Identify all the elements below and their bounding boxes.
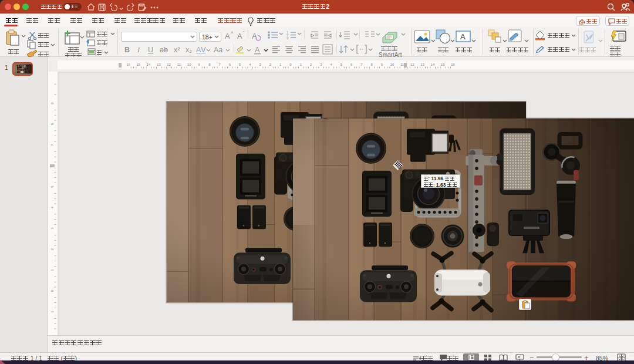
svg-text:8: 8 (50, 123, 54, 125)
svg-text:13: 13 (420, 63, 424, 66)
svg-text:2: 2 (310, 63, 312, 66)
svg-text:1: 1 (279, 63, 282, 66)
svg-text:15: 15 (136, 63, 140, 66)
svg-text:6: 6 (229, 63, 231, 66)
svg-text:7: 7 (360, 63, 363, 66)
svg-text:4: 4 (249, 63, 251, 66)
svg-text:4: 4 (50, 206, 54, 208)
svg-text:A: A (225, 32, 230, 41)
svg-text:A̲V̲: A̲V̲ (196, 46, 206, 54)
svg-text:A: A (237, 32, 242, 41)
svg-text:9: 9 (198, 63, 201, 66)
svg-text:11: 11 (400, 63, 404, 66)
svg-text:U: U (148, 46, 153, 54)
svg-text:7: 7 (50, 144, 54, 146)
svg-text:16: 16 (126, 63, 130, 66)
svg-text:8: 8 (208, 63, 211, 66)
svg-text:0: 0 (50, 289, 54, 292)
svg-text:14: 14 (431, 63, 435, 66)
svg-text:11: 11 (177, 63, 181, 66)
svg-text:˄: ˄ (231, 30, 234, 35)
svg-text:5: 5 (340, 63, 343, 66)
svg-text:x₂: x₂ (186, 46, 192, 54)
svg-text:10: 10 (390, 63, 394, 66)
svg-text:5: 5 (50, 186, 54, 188)
svg-text:10: 10 (187, 63, 191, 66)
svg-text:4: 4 (330, 63, 332, 66)
svg-text:14: 14 (147, 63, 151, 66)
svg-text:12: 12 (410, 63, 414, 66)
svg-text:2: 2 (269, 63, 272, 66)
svg-text:9: 9 (381, 63, 383, 66)
svg-text:A: A (255, 46, 260, 54)
svg-text:6: 6 (350, 63, 353, 66)
svg-text:12: 12 (167, 63, 171, 66)
svg-text:ˇ: ˇ (243, 30, 245, 35)
svg-text:5: 5 (239, 63, 241, 66)
svg-text:x²: x² (174, 46, 180, 54)
svg-text:8: 8 (371, 63, 373, 66)
svg-text:3: 3 (50, 227, 54, 230)
svg-text:3: 3 (320, 63, 322, 66)
svg-text:7: 7 (218, 63, 221, 66)
svg-text:Aa: Aa (214, 46, 222, 54)
svg-text:3: 3 (286, 36, 289, 40)
svg-text:13: 13 (157, 63, 161, 66)
svg-text:ab: ab (160, 46, 168, 54)
svg-text:0: 0 (289, 63, 292, 66)
svg-text:2: 2 (50, 248, 54, 250)
svg-text:1: 1 (50, 311, 54, 313)
svg-text:1: 1 (50, 269, 54, 271)
svg-text:15: 15 (441, 63, 445, 66)
svg-text:B: B (124, 46, 130, 54)
svg-text:1: 1 (300, 63, 302, 66)
svg-text:A: A (460, 32, 466, 41)
svg-text:I: I (137, 46, 140, 54)
svg-text:9: 9 (50, 102, 54, 105)
svg-text:16: 16 (451, 63, 455, 66)
svg-text:3: 3 (259, 63, 262, 66)
